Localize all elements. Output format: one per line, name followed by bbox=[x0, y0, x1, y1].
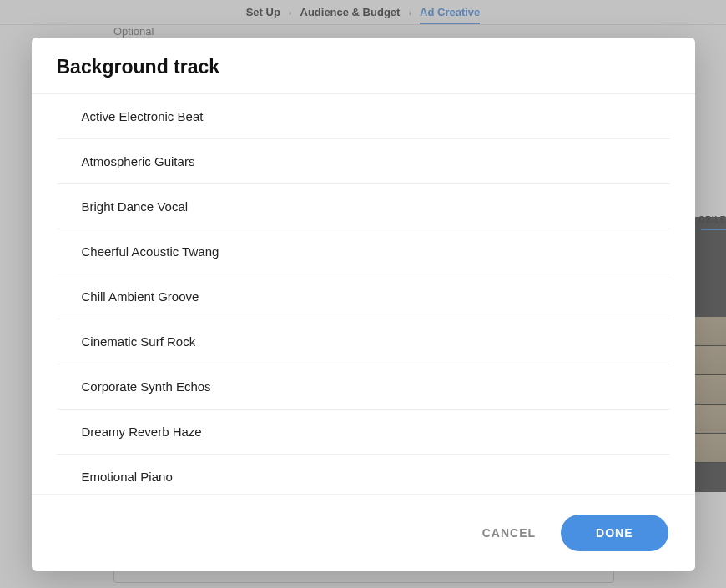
track-list: Active Electronic Beat Atmospheric Guita… bbox=[32, 94, 695, 494]
track-item[interactable]: Emotional Piano bbox=[57, 455, 670, 494]
cancel-button[interactable]: CANCEL bbox=[482, 526, 536, 540]
track-item[interactable]: Active Electronic Beat bbox=[57, 94, 670, 139]
track-item[interactable]: Dreamy Reverb Haze bbox=[57, 410, 670, 455]
background-track-modal: Background track Active Electronic Beat … bbox=[32, 38, 695, 571]
modal-header: Background track bbox=[32, 38, 695, 93]
done-button[interactable]: DONE bbox=[561, 515, 668, 551]
track-list-scroll[interactable]: Active Electronic Beat Atmospheric Guita… bbox=[32, 93, 695, 494]
modal-title: Background track bbox=[57, 56, 670, 78]
modal-footer: CANCEL DONE bbox=[32, 494, 695, 571]
track-item[interactable]: Cinematic Surf Rock bbox=[57, 319, 670, 364]
track-item[interactable]: Corporate Synth Echos bbox=[57, 364, 670, 410]
track-item[interactable]: Bright Dance Vocal bbox=[57, 184, 670, 229]
track-item[interactable]: Atmospheric Guitars bbox=[57, 139, 670, 184]
track-item[interactable]: Cheerful Acoustic Twang bbox=[57, 229, 670, 274]
modal-overlay: Background track Active Electronic Beat … bbox=[0, 0, 726, 588]
track-item[interactable]: Chill Ambient Groove bbox=[57, 274, 670, 319]
